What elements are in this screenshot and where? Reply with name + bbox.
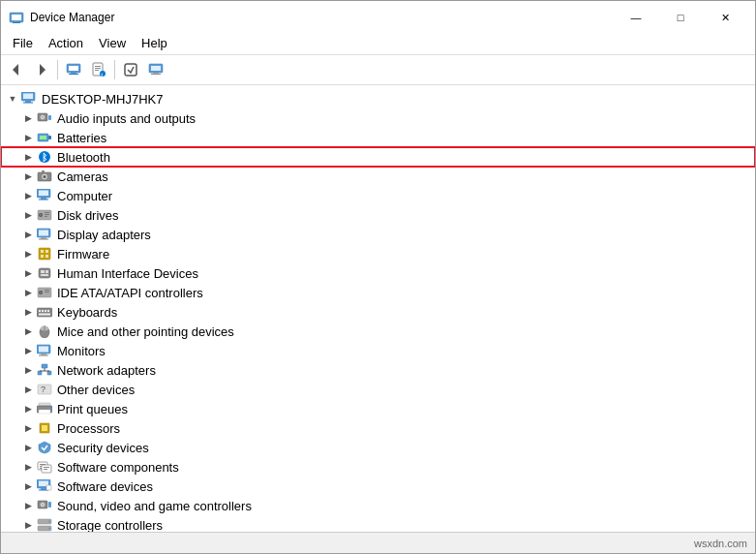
list-item[interactable]: ▶ Audio inputs and outputs <box>1 108 755 128</box>
cameras-label: Cameras <box>55 169 108 184</box>
list-item[interactable]: ▶ Storage controllers <box>1 515 755 532</box>
display-expander[interactable]: ▶ <box>20 227 36 242</box>
list-item[interactable]: ▶ Display adapters <box>1 225 755 244</box>
list-item[interactable]: ▶ Software devices <box>1 477 755 496</box>
disk-expander[interactable]: ▶ <box>20 207 36 223</box>
menu-help[interactable]: Help <box>134 34 175 52</box>
list-item[interactable]: ▶ Monitors <box>1 341 755 360</box>
softdev-expander[interactable]: ▶ <box>20 478 36 494</box>
svg-rect-39 <box>39 191 48 197</box>
main-content: ▼ DESKTOP-MHJ7HK7 ▶ <box>1 85 755 532</box>
svg-rect-3 <box>13 22 20 23</box>
list-item[interactable]: ▶ Batteries <box>1 128 755 147</box>
menu-view[interactable]: View <box>91 34 134 52</box>
list-item[interactable]: ▶ Keyboards <box>1 302 755 322</box>
menu-action[interactable]: Action <box>41 34 91 52</box>
svg-rect-95 <box>48 429 49 430</box>
monitors-expander[interactable]: ▶ <box>20 343 36 358</box>
storage-expander[interactable]: ▶ <box>20 517 36 532</box>
svg-rect-45 <box>45 212 49 213</box>
list-item[interactable]: ▶ Mice and other pointing devices <box>1 322 755 341</box>
list-item[interactable]: ▶ Network adapters <box>1 360 755 380</box>
svg-rect-16 <box>125 64 136 76</box>
print-expander[interactable]: ▶ <box>20 401 36 416</box>
network-label: Network adapters <box>55 363 156 378</box>
computer-expander[interactable]: ▶ <box>20 188 36 203</box>
computer-button[interactable] <box>62 58 85 81</box>
svg-rect-107 <box>46 485 51 490</box>
print-label: Print queues <box>55 402 128 416</box>
list-item[interactable]: ▶ Print queues <box>1 399 755 418</box>
monitors-label: Monitors <box>55 344 106 358</box>
scan-button[interactable] <box>119 58 142 81</box>
computer-label: Computer <box>55 189 112 203</box>
bluetooth-expander[interactable]: ▶ <box>20 149 36 165</box>
security-expander[interactable]: ▶ <box>20 440 36 455</box>
svg-point-27 <box>42 116 44 118</box>
svg-rect-80 <box>38 371 42 375</box>
hid-expander[interactable]: ▶ <box>20 265 36 281</box>
minimize-button[interactable]: — <box>614 7 658 28</box>
list-item[interactable]: ▶ Software components <box>1 457 755 477</box>
svg-rect-51 <box>39 239 48 240</box>
processor-icon <box>36 420 53 436</box>
tree-view[interactable]: ▼ DESKTOP-MHJ7HK7 ▶ <box>1 85 755 532</box>
svg-rect-101 <box>44 467 49 468</box>
list-item[interactable]: ▶ Security devices <box>1 438 755 457</box>
bluetooth-item[interactable]: ▶ ᛒ Bluetooth <box>1 147 755 167</box>
processor-expander[interactable]: ▶ <box>20 420 36 436</box>
firmware-expander[interactable]: ▶ <box>20 246 36 262</box>
svg-marker-5 <box>40 64 45 76</box>
svg-marker-4 <box>13 64 18 76</box>
svg-rect-12 <box>95 68 101 69</box>
audio-expander[interactable]: ▶ <box>20 110 36 126</box>
list-item[interactable]: ▶ IDE ATA/ATAPI controllers <box>1 283 755 302</box>
svg-rect-91 <box>42 425 47 431</box>
cameras-expander[interactable]: ▶ <box>20 169 36 184</box>
monitors-icon <box>36 343 53 358</box>
list-item[interactable]: ▶ Firmware <box>1 244 755 263</box>
mice-icon <box>36 323 53 339</box>
display-icon <box>36 227 53 242</box>
title-bar-left: Device Manager <box>9 10 114 25</box>
bluetooth-icon: ᛒ <box>36 149 53 165</box>
back-button[interactable] <box>5 58 28 81</box>
list-item[interactable]: ▶ Sound, video and game controllers <box>1 496 755 515</box>
ide-label: IDE ATA/ATAPI controllers <box>55 286 203 300</box>
forward-button[interactable] <box>30 58 53 81</box>
svg-rect-79 <box>42 364 47 368</box>
back-icon <box>9 62 24 77</box>
svg-rect-24 <box>23 103 33 104</box>
ide-expander[interactable]: ▶ <box>20 285 36 300</box>
list-item[interactable]: ▶ Processors <box>1 418 755 438</box>
menu-file[interactable]: File <box>5 34 41 52</box>
list-item[interactable]: ▶ ? Other devices <box>1 380 755 399</box>
maximize-button[interactable]: □ <box>658 7 703 28</box>
network-expander[interactable]: ▶ <box>20 362 36 378</box>
svg-rect-31 <box>40 136 46 139</box>
close-button[interactable]: ✕ <box>703 7 747 28</box>
keyboards-icon <box>36 304 53 320</box>
softcomp-expander[interactable]: ▶ <box>20 459 36 475</box>
batteries-expander[interactable]: ▶ <box>20 130 36 145</box>
list-item[interactable]: ▶ Human Interface Devices <box>1 263 755 283</box>
svg-rect-68 <box>42 310 44 312</box>
svg-rect-56 <box>45 255 48 258</box>
svg-rect-92 <box>40 426 41 427</box>
root-expander[interactable]: ▼ <box>5 91 20 107</box>
svg-rect-59 <box>45 270 48 273</box>
other-expander[interactable]: ▶ <box>20 382 36 397</box>
ide-icon <box>36 285 53 300</box>
tree-root[interactable]: ▼ DESKTOP-MHJ7HK7 <box>1 89 755 108</box>
mice-expander[interactable]: ▶ <box>20 323 36 339</box>
list-item[interactable]: ▶ Computer <box>1 186 755 205</box>
sound-expander[interactable]: ▶ <box>20 498 36 513</box>
properties-button[interactable]: i <box>87 58 110 81</box>
security-label: Security devices <box>55 441 149 455</box>
svg-text:ᛒ: ᛒ <box>42 152 47 163</box>
list-item[interactable]: ▶ Cameras <box>1 167 755 186</box>
display-button[interactable] <box>144 58 167 81</box>
svg-rect-69 <box>45 310 46 312</box>
list-item[interactable]: ▶ Disk drives <box>1 205 755 225</box>
keyboards-expander[interactable]: ▶ <box>20 304 36 320</box>
